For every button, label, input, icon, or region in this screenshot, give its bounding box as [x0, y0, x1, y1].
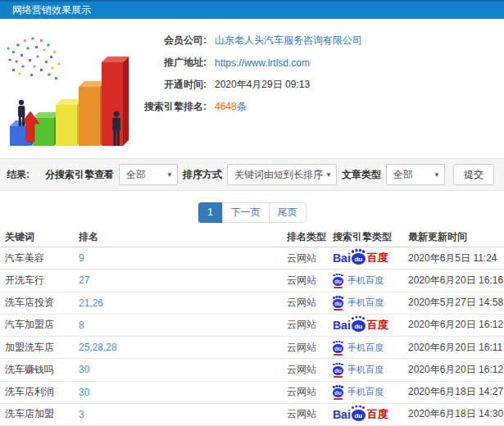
- mobile-baidu-label: 手机百度: [347, 297, 384, 309]
- marketing-report-page: 网络营销效果展示: [0, 0, 504, 426]
- mobile-baidu-du-text: du: [334, 301, 342, 306]
- keyword-cell: 洗车赚钱吗: [0, 363, 74, 377]
- rank-type-cell: 云网站: [282, 318, 328, 332]
- header-rank-type: 排名类型: [282, 230, 328, 244]
- last-page-button[interactable]: 尾页: [269, 202, 306, 223]
- mobile-baidu-logo: du 手机百度: [333, 364, 384, 376]
- filter-bar: 结果: 分搜索引擎查看 全部 ▼ 排序方式 关键词由短到长排序 ▼ 文章类型 全…: [0, 158, 504, 191]
- baidu-du-text: du: [354, 256, 362, 263]
- mobile-baidu-paw-icon: du: [333, 344, 343, 353]
- chevron-down-icon: ▼: [166, 171, 173, 179]
- article-type-select[interactable]: 全部 ▼: [386, 164, 445, 185]
- engine-view-label: 分搜索引擎查看: [45, 168, 114, 182]
- open-time-label: 开通时间:: [131, 78, 207, 92]
- mobile-baidu-logo: du 手机百度: [333, 342, 384, 354]
- open-time-row: 开通时间: 2020年4月29日 09:13: [131, 74, 500, 96]
- table-header-row: 关键词 排名 排名类型 搜索引擎类型 最新更新时间: [0, 228, 504, 247]
- table-row: 洗车店投资 21,26 云网站 Bai du 百度 du 手机百度: [0, 292, 504, 315]
- titlebar: 网络营销效果展示: [0, 0, 504, 19]
- sort-select[interactable]: 关键词由短到长排序 ▼: [227, 164, 337, 185]
- header-keyword: 关键词: [0, 230, 74, 244]
- keyword-rank-table: 关键词 排名 排名类型 搜索引擎类型 最新更新时间 汽车美容 9 云网站 Bai…: [0, 228, 504, 426]
- table-row: 洗车赚钱吗 30 云网站 Bai du 百度 du 手机百度: [0, 359, 504, 381]
- engine-type-cell: Bai du 百度 du 手机百度: [328, 297, 403, 309]
- chevron-down-icon: ▼: [325, 171, 332, 179]
- rank-cell[interactable]: 27: [74, 274, 282, 286]
- baidu-paw-icon: du: [352, 320, 366, 332]
- rank-cell[interactable]: 3: [74, 409, 282, 420]
- article-type-selected: 全部: [393, 168, 413, 182]
- promo-url-label: 推广地址:: [131, 56, 207, 70]
- confetti-dots: [7, 37, 61, 79]
- rank-cell[interactable]: 30: [74, 387, 282, 398]
- table-row: 开洗车行 27 云网站 Bai du 百度 du 手机百度: [0, 270, 504, 292]
- rank-type-cell: 云网站: [282, 274, 328, 288]
- baidu-du-text: du: [354, 412, 362, 419]
- keyword-cell: 洗车店投资: [0, 296, 74, 310]
- chevron-down-icon: ▼: [434, 171, 440, 179]
- baidu-du-text: du: [354, 323, 362, 330]
- updated-time-cell: 2020年6月18日 14:27: [403, 385, 504, 399]
- open-time-value: 2020年4月29日 09:13: [215, 78, 310, 92]
- member-company-link[interactable]: 山东老人头汽车服务咨询有限公司: [215, 34, 362, 48]
- baidu-paw-icon: du: [352, 253, 366, 265]
- next-page-button[interactable]: 下一页: [222, 202, 270, 223]
- member-company-label: 会员公司:: [131, 34, 207, 48]
- mobile-baidu-logo: du 手机百度: [333, 297, 384, 309]
- rank-type-cell: 云网站: [282, 363, 328, 377]
- rank-type-cell: 云网站: [282, 341, 328, 355]
- rank-type-cell: 云网站: [282, 385, 328, 399]
- rank-unit: 条: [237, 101, 247, 112]
- engine-type-cell: Bai du 百度 du 手机百度: [328, 251, 403, 265]
- baidu-logo-bai-text: Bai: [333, 408, 351, 421]
- table-row: 汽车加盟店 8 云网站 Bai du 百度 du 手机百度: [0, 315, 504, 337]
- engine-type-cell: Bai du 百度 du 手机百度: [328, 274, 403, 287]
- sort-label: 排序方式: [183, 168, 222, 182]
- keyword-cell: 汽车加盟店: [0, 318, 74, 332]
- page-1-button[interactable]: 1: [198, 202, 223, 223]
- mobile-baidu-du-text: du: [334, 279, 342, 284]
- article-type-label: 文章类型: [342, 168, 381, 182]
- keyword-cell: 洗车店利润: [0, 385, 74, 399]
- rank-cell[interactable]: 25,28,28: [74, 342, 282, 353]
- table-row: 加盟洗车店 25,28,28 云网站 Bai du 百度 du 手机百度: [0, 337, 504, 359]
- mobile-baidu-label: 手机百度: [347, 386, 384, 398]
- promo-url-row: 推广地址: https://www.lrtlsd.com: [131, 52, 500, 74]
- filter-controls: 分搜索引擎查看 全部 ▼ 排序方式 关键词由短到长排序 ▼ 文章类型 全部 ▼ …: [45, 164, 494, 185]
- rank-cell[interactable]: 30: [74, 364, 282, 375]
- mobile-baidu-paw-icon: du: [333, 277, 343, 286]
- engine-type-cell: Bai du 百度 du 手机百度: [328, 407, 403, 422]
- updated-time-cell: 2020年6月20日 16:12: [403, 318, 504, 332]
- page-title: 网络营销效果展示: [0, 2, 504, 19]
- updated-time-cell: 2020年6月20日 16:12: [403, 363, 504, 377]
- header-updated: 最新更新时间: [403, 230, 504, 244]
- engine-view-selected: 全部: [126, 168, 146, 182]
- engine-view-select[interactable]: 全部 ▼: [119, 164, 178, 185]
- mobile-baidu-du-text: du: [334, 346, 342, 351]
- rank-type-cell: 云网站: [282, 296, 328, 310]
- rank-cell[interactable]: 21,26: [74, 297, 282, 309]
- baidu-logo-cn-text: 百度: [367, 251, 388, 265]
- sort-selected: 关键词由短到长排序: [234, 168, 323, 182]
- header-engine-type: 搜索引擎类型: [328, 230, 403, 244]
- baidu-logo-bai-text: Bai: [333, 252, 351, 265]
- account-info: 会员公司: 山东老人头汽车服务咨询有限公司 推广地址: https://www.…: [131, 29, 500, 118]
- mobile-baidu-logo: du 手机百度: [333, 386, 384, 398]
- rank-cell[interactable]: 9: [74, 252, 282, 264]
- rank-cell[interactable]: 8: [74, 320, 282, 331]
- keyword-cell: 加盟洗车店: [0, 341, 74, 355]
- engine-type-cell: Bai du 百度 du 手机百度: [328, 318, 403, 333]
- mobile-baidu-du-text: du: [334, 390, 342, 396]
- baidu-logo: Bai du 百度: [333, 251, 388, 265]
- mobile-baidu-label: 手机百度: [347, 342, 384, 354]
- baidu-logo-cn-text: 百度: [367, 318, 388, 333]
- baidu-logo-bai-text: Bai: [333, 319, 351, 332]
- result-label: 结果:: [7, 168, 30, 182]
- mobile-baidu-logo: du 手机百度: [333, 274, 384, 287]
- updated-time-cell: 2020年6月5日 11:24: [403, 252, 504, 265]
- rank-type-cell: 云网站: [282, 407, 328, 421]
- baidu-logo: Bai du 百度: [333, 407, 388, 422]
- submit-button[interactable]: 提交: [453, 164, 494, 185]
- growth-bar-chart-illustration: [2, 27, 133, 150]
- promo-url-link[interactable]: https://www.lrtlsd.com: [215, 57, 310, 69]
